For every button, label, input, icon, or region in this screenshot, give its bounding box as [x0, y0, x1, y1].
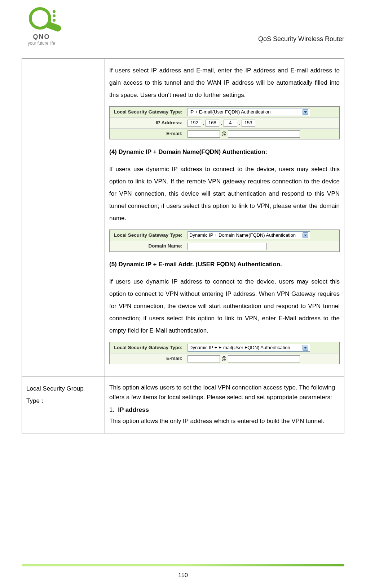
form-dynip-domain: Local Security Gateway Type: Dynamic IP …: [109, 230, 340, 252]
chevron-down-icon: [303, 109, 308, 115]
label-gateway-type-4: Local Security Gateway Type:: [110, 231, 185, 240]
local-security-group-type-label: Local Security Group Type：: [26, 385, 84, 404]
product-title: QoS Security Wireless Router: [258, 35, 344, 46]
row1-label-cell: [22, 59, 105, 377]
form-ip-email: Local Security Gateway Type: IP + E-mail…: [109, 106, 340, 139]
logo-tagline: your future life: [28, 41, 55, 46]
label-gateway-type: Local Security Gateway Type:: [110, 107, 185, 117]
brand-logo: QNO your future life: [22, 7, 61, 46]
label-domain-name: Domain Name:: [110, 241, 185, 251]
list-item-ip-address-text: This option allows the only IP address w…: [109, 415, 340, 427]
paragraph-ip-email: If users select IP address and E-mail, e…: [109, 64, 340, 101]
list-item-ip-address-title: IP address: [118, 405, 149, 415]
row2-label-cell: Local Security Group Type：: [22, 377, 105, 433]
domain-name-input[interactable]: [188, 243, 267, 250]
content-table: If users select IP address and E-mail, e…: [22, 58, 344, 433]
label-email: E-mail:: [110, 129, 185, 139]
logo-mark: [29, 7, 54, 32]
form-dynip-email: Local Security Gateway Type: Dynamic IP …: [109, 342, 340, 364]
at-symbol: @: [221, 130, 226, 138]
row1-content-cell: If users select IP address and E-mail, e…: [105, 59, 344, 377]
header-divider: [22, 48, 344, 48]
row2-content-cell: This option allows users to set the loca…: [105, 377, 344, 433]
footer-accent-bar: [22, 564, 344, 566]
select-gateway-type-value: IP + E-mail(User FQDN) Authentication: [189, 109, 271, 115]
ip-octet-3[interactable]: 4: [224, 120, 237, 127]
select-gateway-type[interactable]: IP + E-mail(User FQDN) Authentication: [188, 108, 310, 116]
ip-octet-4[interactable]: 153: [242, 120, 255, 127]
chevron-down-icon: [303, 345, 308, 351]
heading-option-5: (5) Dynamic IP + E-mail Addr. (USER FQDN…: [109, 258, 340, 271]
email-local-input[interactable]: [188, 130, 220, 138]
label-gateway-type-5: Local Security Gateway Type:: [110, 343, 185, 353]
select-gateway-type-4-value: Dynamic IP + Domain Name(FQDN) Authentic…: [189, 232, 296, 239]
at-symbol-5: @: [221, 355, 226, 362]
label-email-5: E-mail:: [110, 354, 185, 364]
logo-text: QNO: [33, 33, 50, 41]
paragraph-option-5: If users use dynamic IP address to conne…: [109, 276, 340, 337]
chevron-down-icon: [303, 232, 308, 238]
paragraph-option-4: If users use dynamic IP address to conne…: [109, 163, 340, 224]
ip-octet-2[interactable]: 168: [206, 120, 219, 127]
list-number-1: 1.: [109, 405, 114, 415]
select-gateway-type-5-value: Dynamic IP + E-mail(User FQDN) Authentic…: [189, 344, 290, 351]
email-domain-input-5[interactable]: [228, 355, 300, 362]
email-domain-input[interactable]: [228, 130, 300, 138]
heading-option-4: (4) Dynamic IP + Domain Name(FQDN) Authe…: [109, 146, 340, 158]
select-gateway-type-5[interactable]: Dynamic IP + E-mail(User FQDN) Authentic…: [188, 344, 310, 352]
group-type-intro: This option allows users to set the loca…: [109, 383, 340, 402]
label-ip-address: IP Address:: [110, 118, 185, 128]
ip-octet-1[interactable]: 192: [188, 120, 201, 127]
page-number: 150: [0, 572, 366, 579]
select-gateway-type-4[interactable]: Dynamic IP + Domain Name(FQDN) Authentic…: [188, 231, 310, 239]
email-local-input-5[interactable]: [188, 355, 220, 362]
